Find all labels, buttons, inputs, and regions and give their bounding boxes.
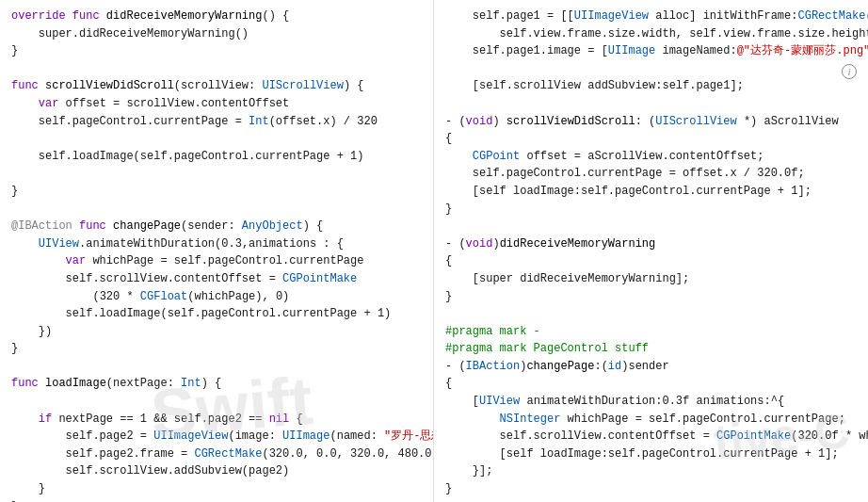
info-icon[interactable]: i [842,64,857,79]
right-panel: i tive-C self.page1 = [[UIImageView allo… [434,0,868,502]
right-code: self.page1 = [[UIImageView alloc] initWi… [445,8,857,498]
left-code: override func didReceiveMemoryWarning() … [11,8,422,502]
left-panel: Swift override func didReceiveMemoryWarn… [0,0,434,502]
